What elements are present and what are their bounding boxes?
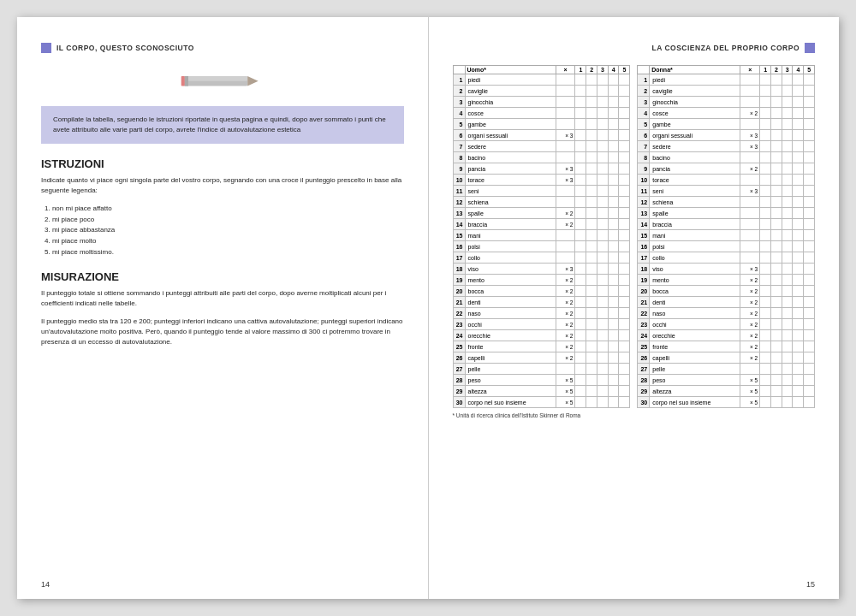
table-row: 27 pelle: [638, 364, 815, 375]
score-5: [804, 252, 815, 264]
score-2: [586, 208, 597, 219]
score-5: [804, 275, 815, 286]
score-4: [608, 319, 619, 330]
score-2: [586, 386, 597, 397]
score-4: [793, 108, 804, 119]
part-name: braccia: [650, 219, 740, 230]
part-name: caviglie: [650, 86, 740, 97]
score-3: [597, 219, 608, 230]
score-3: [782, 141, 793, 152]
part-name: altezza: [465, 386, 556, 397]
score-5: [804, 141, 815, 152]
table-row: 2 caviglie: [453, 86, 630, 97]
score-4: [608, 163, 619, 175]
score-2: [586, 352, 597, 364]
score-5: [804, 397, 815, 408]
multiplier: × 2: [740, 108, 760, 119]
uomo-col-mult: ×: [556, 66, 575, 74]
part-name: corpo nel suo insieme: [650, 397, 740, 408]
table-row: 23 occhi × 2: [638, 319, 815, 330]
legend: non mi piace affattomi piace pocomi piac…: [45, 204, 404, 258]
score-4: [608, 330, 619, 341]
score-4: [793, 319, 804, 330]
score-3: [782, 74, 793, 86]
table-row: 3 ginocchia: [638, 97, 815, 108]
table-row: 4 cosce × 2: [638, 108, 815, 119]
table-row: 18 viso × 3: [453, 264, 630, 275]
multiplier: × 2: [740, 330, 760, 341]
score-2: [586, 341, 597, 352]
part-name: pelle: [650, 364, 740, 375]
score-4: [793, 152, 804, 163]
part-name: ginocchia: [465, 97, 556, 108]
score-4: [608, 119, 619, 130]
table-row: 2 caviglie: [638, 86, 815, 97]
table-row: 10 torace: [638, 175, 815, 186]
table-row: 16 polsi: [453, 241, 630, 252]
score-1: [760, 275, 771, 286]
score-3: [782, 152, 793, 163]
score-4: [793, 386, 804, 397]
score-2: [586, 375, 597, 386]
score-4: [608, 74, 619, 86]
score-1: [760, 97, 771, 108]
score-3: [597, 364, 608, 375]
table-row: 20 bocca × 2: [453, 286, 630, 297]
multiplier: × 2: [556, 308, 575, 319]
part-name: braccia: [465, 219, 556, 230]
score-3: [597, 97, 608, 108]
part-name: mani: [465, 230, 556, 241]
donna-col-1: 1: [760, 66, 771, 74]
table-row: 13 spalle × 2: [453, 208, 630, 219]
score-5: [619, 341, 630, 352]
score-5: [619, 197, 630, 208]
score-3: [782, 108, 793, 119]
table-row: 18 viso × 3: [638, 264, 815, 275]
score-3: [782, 197, 793, 208]
legend-item: mi piace moltissimo.: [45, 247, 404, 258]
score-3: [597, 352, 608, 364]
score-2: [586, 163, 597, 175]
score-1: [760, 197, 771, 208]
score-4: [793, 252, 804, 264]
score-1: [575, 264, 586, 275]
score-5: [619, 97, 630, 108]
row-number: 2: [453, 86, 465, 97]
score-3: [782, 286, 793, 297]
score-4: [608, 264, 619, 275]
row-number: 19: [638, 275, 650, 286]
row-number: 22: [638, 308, 650, 319]
score-2: [770, 264, 782, 275]
score-2: [586, 241, 597, 252]
score-3: [597, 252, 608, 264]
row-number: 27: [453, 364, 465, 375]
part-name: organi sessuali: [650, 130, 740, 141]
score-1: [760, 208, 771, 219]
score-5: [619, 330, 630, 341]
row-number: 1: [453, 74, 465, 86]
table-row: 13 spalle: [638, 208, 815, 219]
score-1: [575, 163, 586, 175]
row-number: 25: [453, 341, 465, 352]
score-5: [804, 197, 815, 208]
multiplier: × 2: [556, 297, 575, 308]
multiplier: [556, 152, 575, 163]
score-2: [586, 364, 597, 375]
row-number: 23: [453, 319, 465, 330]
score-2: [586, 275, 597, 286]
table-row: 15 mani: [638, 230, 815, 241]
row-number: 18: [638, 264, 650, 275]
multiplier: × 2: [556, 330, 575, 341]
row-number: 16: [638, 241, 650, 252]
score-3: [597, 341, 608, 352]
table-row: 28 peso × 5: [453, 375, 630, 386]
row-number: 17: [453, 252, 465, 264]
score-2: [770, 97, 782, 108]
score-5: [804, 152, 815, 163]
score-4: [608, 252, 619, 264]
score-4: [793, 275, 804, 286]
row-number: 15: [638, 230, 650, 241]
table-row: 28 peso × 5: [638, 375, 815, 386]
multiplier: × 2: [740, 352, 760, 364]
score-2: [770, 74, 782, 86]
